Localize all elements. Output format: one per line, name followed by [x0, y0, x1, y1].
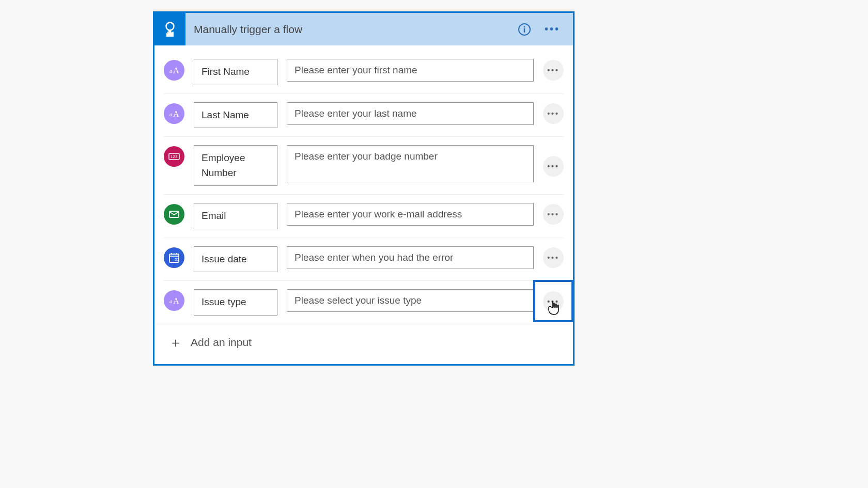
ellipsis-icon: •••	[547, 210, 560, 218]
input-row: aALast NamePlease enter your last name••…	[164, 94, 564, 137]
svg-text:a: a	[169, 298, 173, 304]
svg-text:a: a	[169, 68, 173, 74]
date-type-icon: 21	[164, 247, 184, 268]
ellipsis-icon: •••	[547, 109, 560, 118]
add-input-label: Add an input	[191, 336, 252, 349]
text-light-type-icon: aA	[164, 103, 184, 124]
input-label-field[interactable]: First Name	[194, 59, 277, 85]
text-light-type-icon: aA	[164, 290, 184, 311]
input-label-field[interactable]: Employee Number	[194, 145, 277, 186]
ellipsis-icon: •••	[545, 23, 560, 35]
ellipsis-icon: •••	[547, 66, 560, 74]
ellipsis-icon: •••	[547, 162, 560, 170]
row-more-button[interactable]: •••	[543, 103, 564, 124]
svg-text:A: A	[173, 66, 179, 75]
input-row: aAFirst NamePlease enter your first name…	[164, 51, 564, 94]
input-row: aAIssue typePlease select your issue typ…	[164, 281, 564, 324]
input-row: EmailPlease enter your work e-mail addre…	[164, 195, 564, 238]
text-light-type-icon: aA	[164, 60, 184, 81]
input-description-field[interactable]: Please enter your first name	[287, 59, 534, 82]
svg-text:21: 21	[175, 257, 179, 262]
input-description-field[interactable]: Please enter your last name	[287, 102, 534, 125]
card-header[interactable]: Manually trigger a flow •••	[154, 13, 573, 45]
input-label-field[interactable]: Email	[194, 203, 277, 229]
input-description-field[interactable]: Please select your issue type	[287, 289, 534, 312]
trigger-icon	[154, 13, 185, 45]
svg-text:A: A	[173, 296, 179, 305]
row-more-button[interactable]: •••	[543, 247, 564, 268]
input-description-field[interactable]: Please enter your badge number	[287, 145, 534, 182]
row-more-button[interactable]: •••	[543, 204, 564, 225]
add-input-button[interactable]: ＋ Add an input	[154, 324, 573, 364]
svg-rect-3	[524, 28, 525, 33]
plus-icon: ＋	[169, 334, 182, 352]
input-label-field[interactable]: Issue date	[194, 246, 277, 273]
svg-text:a: a	[169, 111, 173, 117]
input-label-field[interactable]: Issue type	[194, 289, 277, 316]
row-more-button[interactable]: •••	[543, 60, 564, 81]
input-row: 123Employee NumberPlease enter your badg…	[164, 137, 564, 195]
input-row: 21Issue datePlease enter when you had th…	[164, 238, 564, 281]
number-type-icon: 123	[164, 146, 184, 167]
svg-text:123: 123	[171, 154, 178, 159]
card-title: Manually trigger a flow	[185, 23, 515, 36]
input-description-field[interactable]: Please enter when you had the error	[287, 246, 534, 269]
row-more-button[interactable]: •••	[543, 291, 564, 312]
header-actions: •••	[515, 20, 568, 39]
inputs-container: aAFirst NamePlease enter your first name…	[154, 45, 573, 324]
card-more-button[interactable]: •••	[543, 20, 562, 39]
input-label-field[interactable]: Last Name	[194, 102, 277, 129]
svg-text:A: A	[173, 109, 179, 118]
ellipsis-icon: •••	[547, 254, 560, 262]
row-more-button[interactable]: •••	[543, 156, 564, 177]
input-description-field[interactable]: Please enter your work e-mail address	[287, 203, 534, 226]
info-button[interactable]	[515, 20, 534, 39]
email-type-icon	[164, 204, 184, 225]
ellipsis-icon: •••	[547, 297, 560, 306]
svg-point-2	[524, 26, 525, 27]
flow-trigger-card: Manually trigger a flow ••• aAFirst Name…	[153, 11, 575, 366]
